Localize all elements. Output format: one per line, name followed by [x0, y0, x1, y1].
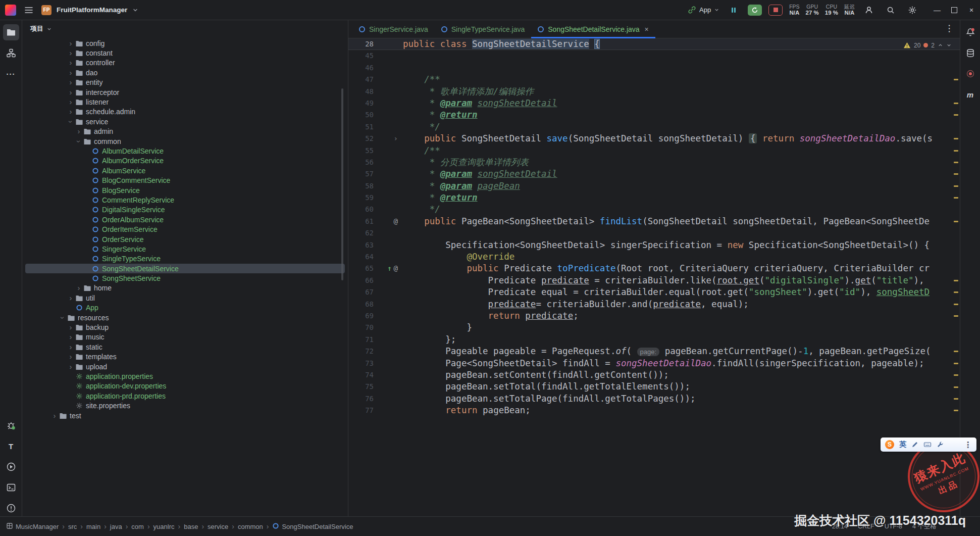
- code-line-61[interactable]: 61@ public PageBean<SongSheetDetail> fin…: [348, 216, 960, 227]
- code-line-59[interactable]: 59 * @return: [348, 192, 960, 204]
- code-line-56[interactable]: 56 * 分页查询歌单详情列表: [348, 157, 960, 168]
- breadcrumb-item-java[interactable]: java: [110, 523, 122, 530]
- tab-options-icon[interactable]: ···: [945, 20, 960, 38]
- inspections-widget[interactable]: 20 2: [903, 41, 952, 49]
- line-number[interactable]: 28: [348, 38, 377, 50]
- project-panel-header[interactable]: 项目: [22, 20, 348, 37]
- chevron-right-icon[interactable]: ›: [67, 78, 75, 86]
- line-number[interactable]: 61: [348, 216, 377, 227]
- code-line-71[interactable]: 71 };: [348, 334, 960, 346]
- code-line-66[interactable]: 66 Predicate predicate = criteriaBuilder…: [348, 275, 960, 286]
- ime-more-icon[interactable]: ⋮: [964, 440, 972, 450]
- tree-item-SingerService[interactable]: SingerService: [22, 244, 348, 254]
- code-line-63[interactable]: 63 Specification<SongSheetDetail> singer…: [348, 239, 960, 251]
- tree-item-entity[interactable]: ›entity: [22, 78, 348, 87]
- line-number[interactable]: 71: [348, 334, 377, 346]
- line-number[interactable]: 56: [348, 157, 377, 168]
- tree-item-backup[interactable]: ›backup: [22, 322, 348, 332]
- code-line-70[interactable]: 70 }: [348, 322, 960, 333]
- chevron-down-icon[interactable]: ›: [59, 314, 67, 322]
- maven-icon[interactable]: m: [962, 86, 978, 103]
- tree-item-SongSheetService[interactable]: SongSheetService: [22, 273, 348, 283]
- code-line-64[interactable]: 64 @Override: [348, 251, 960, 263]
- line-number[interactable]: 51: [348, 121, 377, 133]
- tree-item-service[interactable]: ›service: [22, 117, 348, 126]
- close-icon[interactable]: ×: [645, 25, 649, 33]
- line-number[interactable]: 45: [348, 50, 377, 62]
- breadcrumb-item-src[interactable]: src: [68, 523, 77, 530]
- chevron-right-icon[interactable]: ›: [67, 49, 75, 57]
- line-number[interactable]: 72: [348, 346, 377, 357]
- tree-item-BlogService[interactable]: BlogService: [22, 185, 348, 195]
- line-number[interactable]: 62: [348, 227, 377, 239]
- code-line-69[interactable]: 69 return predicate;: [348, 310, 960, 322]
- app-logo-icon[interactable]: [5, 5, 16, 16]
- tree-item-templates[interactable]: ›templates: [22, 352, 348, 362]
- tree-item-admin[interactable]: ›admin: [22, 127, 348, 136]
- line-number[interactable]: 63: [348, 239, 377, 251]
- line-number[interactable]: 47: [348, 74, 377, 85]
- code-line-73[interactable]: 73 Page<SongSheetDetail> findAll = songS…: [348, 358, 960, 369]
- chevron-down-icon[interactable]: ›: [67, 118, 75, 126]
- chevron-down-icon[interactable]: [132, 7, 138, 13]
- breadcrumb-item-SongSheetDetailService[interactable]: SongSheetDetailService: [272, 522, 353, 531]
- code-line-74[interactable]: 74 pageBean.setContent(findAll.getConten…: [348, 369, 960, 381]
- tree-item-constant[interactable]: ›constant: [22, 48, 348, 58]
- tree-item-SongSheetDetailService[interactable]: SongSheetDetailService: [22, 264, 348, 273]
- breadcrumb-item-MusicManager[interactable]: MusicManager: [6, 522, 59, 531]
- code-line-65[interactable]: 65↑@ public Predicate toPredicate(Root r…: [348, 263, 960, 274]
- line-number[interactable]: 46: [348, 62, 377, 74]
- breadcrumb-item-service[interactable]: service: [208, 523, 228, 530]
- translate-icon[interactable]: T: [3, 438, 19, 454]
- line-number[interactable]: 60: [348, 204, 377, 215]
- chevron-right-icon[interactable]: ›: [67, 353, 75, 361]
- settings-icon[interactable]: [905, 3, 920, 18]
- code-line-51[interactable]: 51 */: [348, 121, 960, 133]
- terminal-icon[interactable]: [3, 479, 19, 496]
- pause-button[interactable]: [726, 3, 741, 18]
- code-line-72[interactable]: 72 Pageable pageable = PageRequest.of( p…: [348, 346, 960, 357]
- chevron-right-icon[interactable]: ›: [67, 39, 75, 47]
- next-problem-icon[interactable]: [946, 42, 952, 48]
- chevron-down-icon[interactable]: ›: [75, 137, 83, 145]
- line-number[interactable]: 58: [348, 180, 377, 192]
- chevron-right-icon[interactable]: ›: [67, 98, 75, 106]
- tree-item-BlogCommentService[interactable]: BlogCommentService: [22, 175, 348, 185]
- line-number[interactable]: 55: [348, 145, 377, 157]
- code-line-46[interactable]: 46: [348, 62, 960, 74]
- line-number[interactable]: 48: [348, 86, 377, 98]
- chevron-right-icon[interactable]: ›: [67, 69, 75, 77]
- code-line-52[interactable]: 52› public SongSheetDetail save(SongShee…: [348, 133, 960, 144]
- line-number[interactable]: 66: [348, 275, 377, 286]
- tree-item-resources[interactable]: ›resources: [22, 313, 348, 322]
- structure-icon[interactable]: [3, 45, 19, 61]
- code-line-67[interactable]: 67 Predicate equal = criteriaBuilder.equ…: [348, 286, 960, 298]
- breadcrumb-item-yuanlrc[interactable]: yuanlrc: [153, 523, 175, 530]
- tab-SingerService.java[interactable]: SingerService.java: [352, 20, 435, 38]
- code-line-75[interactable]: 75 pageBean.setTotal(findAll.getTotalEle…: [348, 381, 960, 393]
- tree-item-schedule.admin[interactable]: ›schedule.admin: [22, 107, 348, 117]
- tree-item-controller[interactable]: ›controller: [22, 58, 348, 68]
- tree-item-OrderItemService[interactable]: OrderItemService: [22, 224, 348, 234]
- chevron-right-icon[interactable]: ›: [75, 284, 83, 292]
- line-number[interactable]: 49: [348, 98, 377, 109]
- fold-chevron-icon[interactable]: ›: [394, 133, 398, 144]
- tree-item-common[interactable]: ›common: [22, 136, 348, 146]
- line-number[interactable]: 57: [348, 168, 377, 180]
- line-number[interactable]: 50: [348, 109, 377, 121]
- chevron-right-icon[interactable]: ›: [75, 127, 83, 135]
- chevron-right-icon[interactable]: ›: [50, 412, 59, 420]
- project-scrollbar[interactable]: [341, 88, 343, 280]
- user-icon[interactable]: [861, 3, 876, 18]
- database-icon[interactable]: [962, 45, 978, 61]
- line-number[interactable]: 73: [348, 358, 377, 369]
- tree-item-interceptor[interactable]: ›interceptor: [22, 87, 348, 97]
- code-line-62[interactable]: 62: [348, 227, 960, 239]
- line-number[interactable]: 59: [348, 192, 377, 204]
- debug-icon[interactable]: [3, 417, 19, 433]
- code-line-68[interactable]: 68 predicate= criteriaBuilder.and(predic…: [348, 299, 960, 310]
- code-line-48[interactable]: 48 * 歌单详情添加/编辑操作: [348, 86, 960, 98]
- line-number[interactable]: 67: [348, 286, 377, 298]
- project-icon[interactable]: [3, 24, 19, 40]
- wrench-icon[interactable]: [937, 441, 944, 448]
